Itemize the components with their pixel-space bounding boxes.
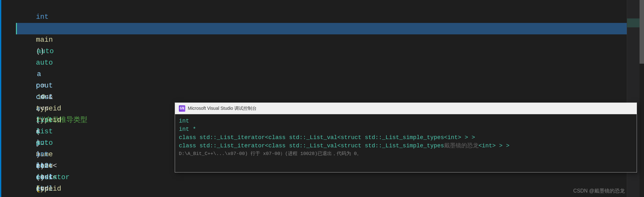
- code-line-4: auto p = & a ;: [16, 34, 644, 46]
- code-line-3: auto a = 10 ; //自动推导类型: [16, 23, 644, 34]
- code-line-1: int main (): [16, 0, 644, 11]
- output-line-3: class std::_List_iterator<class std::_Li…: [179, 133, 633, 142]
- code-line-7: cout << typeid ( p ). name () << endl ;: [16, 69, 644, 80]
- code-line-6: cout << typeid ( a ). name () << endl ;: [16, 57, 644, 69]
- code-line-9: list < int > lt = { 1 , 2 , 3 , 4 , 5 } …: [16, 92, 644, 103]
- output-line-2: int *: [179, 125, 633, 133]
- output-line-5: D:\A_Bit_C++\...\x07-00) 行于 x07-00）(进程 1…: [179, 150, 633, 158]
- code-line-empty-1: [16, 46, 644, 57]
- debug-console-popup[interactable]: GN Microsoft Visual Studio 调试控制台 int int…: [175, 102, 637, 172]
- vs-icon: GN: [179, 105, 185, 112]
- minimap-highlight: [627, 18, 640, 27]
- code-line-2: {: [16, 11, 644, 23]
- scrollbar-thumb[interactable]: [640, 0, 644, 64]
- output-line-4: class std::_List_iterator<class std::_Li…: [179, 142, 633, 150]
- left-border-indicator: [0, 0, 1, 197]
- code-editor: int main () { auto a = 10 ; //自动推导类型 aut…: [0, 0, 644, 197]
- popup-title: Microsoft Visual Studio 调试控制台: [188, 106, 257, 111]
- output-line-1: int: [179, 117, 633, 125]
- popup-titlebar: GN Microsoft Visual Studio 调试控制台: [175, 103, 637, 114]
- watermark: CSDN @戴墨镜的恐龙: [573, 188, 625, 194]
- popup-output-area: int int * class std::_List_iterator<clas…: [175, 114, 637, 172]
- code-line-empty-2: [16, 80, 644, 92]
- scrollbar[interactable]: [640, 0, 644, 197]
